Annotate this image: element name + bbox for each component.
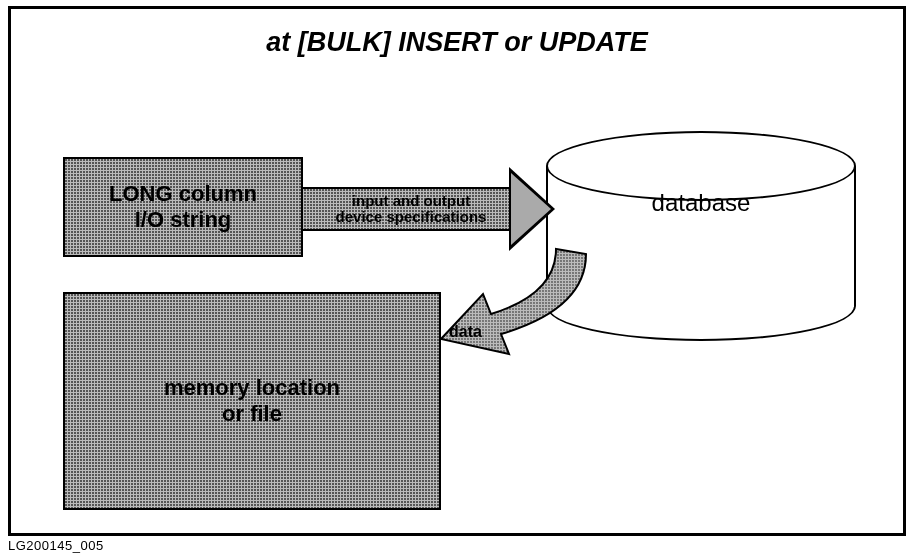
arrow-spec-head	[511, 173, 551, 245]
figure-id: LG200145_005	[8, 538, 104, 553]
database-cylinder-top	[546, 131, 856, 201]
long-column-box	[63, 157, 303, 257]
arrow-spec-shaft	[301, 187, 511, 231]
diagram-title: at [BULK] INSERT or UPDATE	[11, 27, 903, 58]
memory-box	[63, 292, 441, 510]
diagram-frame: at [BULK] INSERT or UPDATE database inpu…	[8, 6, 906, 536]
arrow-data	[431, 239, 631, 369]
